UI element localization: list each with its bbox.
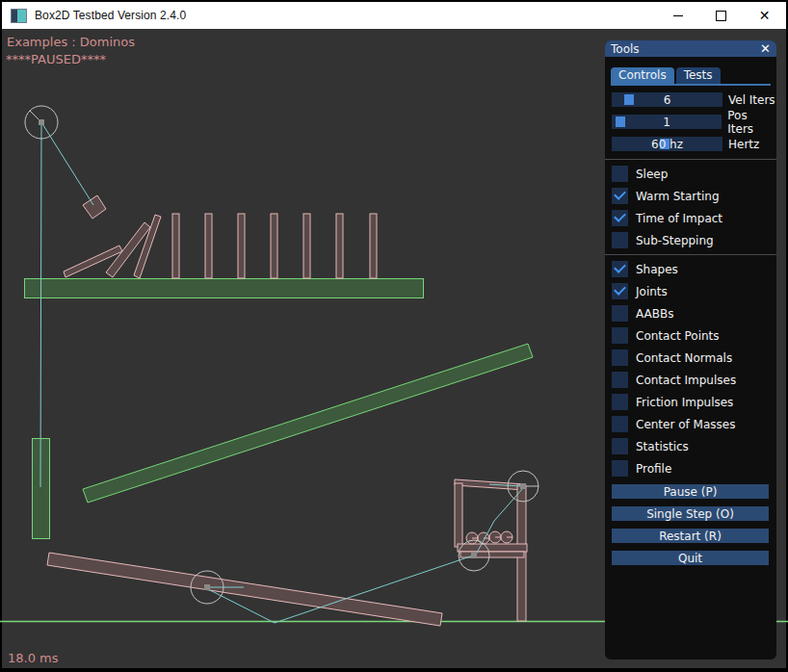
slider-label: Pos Iters (727, 109, 776, 136)
slider-track[interactable]: 6 (612, 92, 722, 107)
buttons-section: Pause (P)Single Step (O)Restart (R)Quit (605, 484, 776, 565)
checkbox-label: Statistics (636, 440, 689, 453)
slider-value: 1 (612, 115, 722, 129)
restart-button[interactable]: Restart (R) (612, 529, 769, 543)
checkbox-label: Contact Impulses (636, 374, 736, 387)
check-icon (614, 188, 626, 200)
checkbox-group-0: SleepWarm StartingTime of ImpactSub-Step… (605, 166, 776, 248)
check-icon (614, 283, 626, 296)
checkbox-row-time-of-impact[interactable]: Time of Impact (612, 210, 776, 226)
window-titlebar: Box2D Testbed Version 2.4.0 ✕ (2, 2, 786, 29)
checkbox-row-aabbs[interactable]: AABBs (612, 305, 776, 322)
separator (605, 254, 776, 255)
tools-panel-title: Tools (611, 42, 640, 56)
slider-label: Hertz (728, 138, 759, 151)
slider-row-pos-iters: 1Pos Iters (612, 115, 776, 129)
single-button[interactable]: Single Step (O) (612, 506, 769, 521)
minimize-icon (673, 15, 683, 16)
checkbox-row-profile[interactable]: Profile (612, 460, 776, 477)
close-button[interactable]: ✕ (743, 2, 786, 29)
check-icon (614, 210, 626, 222)
paused-label: ****PAUSED**** (6, 52, 106, 66)
checkbox-checked[interactable] (612, 261, 628, 277)
minimize-button[interactable] (656, 2, 699, 29)
checkbox-row-contact-points[interactable]: Contact Points (612, 327, 776, 344)
checkbox-checked[interactable] (612, 283, 628, 299)
checkbox-label: Center of Masses (636, 418, 735, 431)
checkbox-label: Sub-Stepping (636, 234, 714, 247)
checkbox-unchecked[interactable] (612, 372, 628, 388)
panel-close-icon[interactable]: ✕ (760, 42, 771, 55)
slider-label: Vel Iters (728, 93, 775, 107)
tab-tests[interactable]: Tests (676, 67, 721, 84)
example-label: Examples : Dominos (7, 35, 135, 49)
checkbox-unchecked[interactable] (612, 438, 628, 454)
checkbox-label: Time of Impact (636, 212, 722, 225)
slider-value: 6 (612, 92, 722, 107)
checkbox-row-contact-normals[interactable]: Contact Normals (612, 349, 776, 366)
checkbox-row-statistics[interactable]: Statistics (612, 438, 776, 454)
checkbox-unchecked[interactable] (612, 305, 628, 322)
maximize-button[interactable] (699, 2, 743, 29)
checkbox-row-sub-stepping[interactable]: Sub-Stepping (612, 232, 776, 248)
checkbox-unchecked[interactable] (612, 460, 628, 477)
pause-button[interactable]: Pause (P) (612, 484, 769, 499)
window-title: Box2D Testbed Version 2.4.0 (35, 9, 186, 22)
slider-track[interactable]: 60 hz (612, 137, 722, 151)
checkbox-checked[interactable] (612, 210, 628, 226)
checkbox-row-sleep[interactable]: Sleep (612, 166, 776, 182)
window-controls: ✕ (656, 2, 786, 29)
checkbox-label: Contact Points (636, 329, 720, 343)
checkbox-unchecked[interactable] (612, 416, 628, 432)
tabbar: ControlsTests (611, 67, 771, 86)
slider-row-vel-iters: 6Vel Iters (612, 92, 776, 107)
separator (605, 159, 776, 160)
quit-button[interactable]: Quit (612, 551, 769, 565)
checkbox-label: Warm Starting (636, 190, 720, 203)
close-icon: ✕ (759, 9, 771, 22)
slider-track[interactable]: 1 (612, 115, 722, 129)
checkbox-label: Sleep (636, 168, 668, 181)
sliders-section: 6Vel Iters1Pos Iters60 hzHertz (605, 92, 776, 151)
checkbox-checked[interactable] (612, 188, 628, 204)
slider-row-hertz: 60 hzHertz (612, 137, 776, 151)
checkbox-row-warm-starting[interactable]: Warm Starting (612, 188, 776, 204)
app-icon (11, 9, 27, 23)
slider-value: 60 hz (612, 137, 722, 151)
check-icon (614, 261, 626, 273)
checkbox-label: Contact Normals (636, 351, 732, 365)
checkbox-unchecked[interactable] (612, 349, 628, 366)
tools-panel-header[interactable]: Tools ✕ (605, 40, 776, 57)
tools-panel: Tools ✕ ControlsTests 6Vel Iters1Pos Ite… (605, 40, 776, 659)
checkbox-unchecked[interactable] (612, 166, 628, 182)
checkbox-row-contact-impulses[interactable]: Contact Impulses (612, 372, 776, 388)
maximize-icon (716, 11, 726, 21)
checkbox-row-shapes[interactable]: Shapes (612, 261, 776, 277)
checkbox-label: Joints (636, 285, 668, 298)
checkbox-unchecked[interactable] (612, 232, 628, 248)
checkbox-label: Friction Impulses (636, 396, 733, 409)
checkbox-row-center-of-masses[interactable]: Center of Masses (612, 416, 776, 432)
checkbox-row-friction-impulses[interactable]: Friction Impulses (612, 394, 776, 410)
checkbox-label: AABBs (636, 307, 673, 321)
checkbox-label: Shapes (636, 263, 678, 276)
checkbox-row-joints[interactable]: Joints (612, 283, 776, 299)
checkbox-group-1: ShapesJointsAABBsContact PointsContact N… (605, 261, 776, 477)
checkbox-unchecked[interactable] (612, 394, 628, 410)
checkbox-label: Profile (636, 462, 671, 476)
frame-time-label: 18.0 ms (8, 651, 59, 665)
tab-controls[interactable]: Controls (611, 67, 674, 84)
checkbox-unchecked[interactable] (612, 327, 628, 344)
